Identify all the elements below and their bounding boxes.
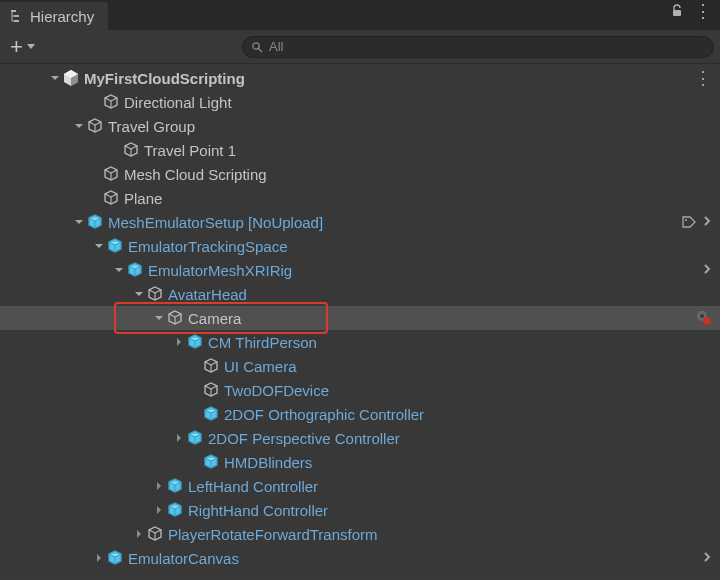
svg-rect-1 — [14, 15, 19, 17]
tree-row-prft[interactable]: PlayerRotateForwardTransform — [0, 522, 720, 546]
chevron-right-icon[interactable] — [702, 214, 712, 231]
hierarchy-tab-icon — [10, 9, 24, 23]
chevron-right-icon[interactable] — [702, 262, 712, 279]
tree-item-label: Travel Point 1 — [144, 142, 236, 159]
plus-icon: + — [10, 38, 23, 56]
tree-item-label: CM ThirdPerson — [208, 334, 317, 351]
hierarchy-tree[interactable]: MyFirstCloudScripting⋮ Directional Light… — [0, 64, 720, 580]
tree-row-plane[interactable]: Plane — [0, 186, 720, 210]
foldout-spacer — [88, 95, 102, 109]
tree-row-emxr[interactable]: EmulatorMeshXRIRig — [0, 258, 720, 282]
gameobject-cube-icon — [86, 117, 104, 135]
tree-item-label: Mesh Cloud Scripting — [124, 166, 267, 183]
tree-row-tg[interactable]: Travel Group — [0, 114, 720, 138]
foldout-spacer — [88, 167, 102, 181]
tree-row-uic[interactable]: UI Camera — [0, 354, 720, 378]
tree-item-label: UI Camera — [224, 358, 297, 375]
tree-row-lhc[interactable]: LeftHand Controller — [0, 474, 720, 498]
hierarchy-panel: Hierarchy ⋮ + All — [0, 0, 720, 580]
tree-item-label: LeftHand Controller — [188, 478, 318, 495]
tree-row-hmd[interactable]: HMDBlinders — [0, 450, 720, 474]
foldout-toggle[interactable] — [172, 431, 186, 445]
svg-point-9 — [685, 219, 687, 221]
search-input[interactable]: All — [242, 36, 714, 58]
tree-row-tp1[interactable]: Travel Point 1 — [0, 138, 720, 162]
tree-item-label: MyFirstCloudScripting — [84, 70, 245, 87]
prefab-cube-icon — [86, 213, 104, 231]
prefab-cube-icon — [186, 333, 204, 351]
row-right-icons — [702, 262, 712, 279]
foldout-toggle[interactable] — [152, 311, 166, 325]
foldout-toggle[interactable] — [92, 551, 106, 565]
svg-point-12 — [703, 317, 711, 325]
tree-row-avh[interactable]: AvatarHead — [0, 282, 720, 306]
chevron-right-icon[interactable] — [702, 550, 712, 567]
svg-rect-2 — [14, 20, 19, 22]
tree-item-label: EmulatorCanvas — [128, 550, 239, 567]
tree-row-ets[interactable]: EmulatorTrackingSpace — [0, 234, 720, 258]
foldout-toggle[interactable] — [152, 479, 166, 493]
gameobject-cube-icon — [102, 165, 120, 183]
tree-row-cm3p[interactable]: CM ThirdPerson — [0, 330, 720, 354]
row-right-icons — [682, 214, 712, 231]
foldout-spacer — [188, 455, 202, 469]
foldout-toggle[interactable] — [132, 527, 146, 541]
dropdown-caret-icon — [27, 44, 35, 49]
tree-item-label: HMDBlinders — [224, 454, 312, 471]
foldout-toggle[interactable] — [92, 239, 106, 253]
tree-row-mcs[interactable]: Mesh Cloud Scripting — [0, 162, 720, 186]
tree-row-tdof[interactable]: TwoDOFDevice — [0, 378, 720, 402]
foldout-toggle[interactable] — [172, 335, 186, 349]
gameobject-cube-icon — [202, 357, 220, 375]
tree-row-cam[interactable]: Camera — [0, 306, 720, 330]
tree-item-label: EmulatorMeshXRIRig — [148, 262, 292, 279]
create-button[interactable]: + — [6, 36, 39, 58]
gameobject-cube-icon — [102, 189, 120, 207]
foldout-toggle[interactable] — [132, 287, 146, 301]
tree-row-mes[interactable]: MeshEmulatorSetup [NoUpload] — [0, 210, 720, 234]
tree-row-2dpc[interactable]: 2DOF Perspective Controller — [0, 426, 720, 450]
tree-row-rhc[interactable]: RightHand Controller — [0, 498, 720, 522]
lock-icon[interactable] — [670, 4, 684, 18]
foldout-toggle[interactable] — [48, 71, 62, 85]
prefab-cube-icon — [126, 261, 144, 279]
gameobject-cube-icon — [102, 93, 120, 111]
tab-hierarchy[interactable]: Hierarchy — [0, 2, 108, 30]
tree-row-root[interactable]: MyFirstCloudScripting⋮ — [0, 66, 720, 90]
gameobject-cube-icon — [146, 285, 164, 303]
tree-item-label: Plane — [124, 190, 162, 207]
tree-item-label: PlayerRotateForwardTransform — [168, 526, 378, 543]
tree-item-label: TwoDOFDevice — [224, 382, 329, 399]
foldout-toggle[interactable] — [72, 119, 86, 133]
settings-error-icon[interactable] — [694, 308, 712, 329]
more-icon[interactable]: ⋮ — [694, 67, 712, 89]
foldout-spacer — [188, 407, 202, 421]
row-right-icons — [702, 550, 712, 567]
foldout-spacer — [188, 359, 202, 373]
row-right-icons: ⋮ — [694, 67, 712, 89]
row-right-icons — [694, 308, 712, 329]
foldout-toggle[interactable] — [152, 503, 166, 517]
svg-rect-0 — [11, 10, 16, 12]
gameobject-cube-icon — [122, 141, 140, 159]
tree-item-label: 2DOF Perspective Controller — [208, 430, 400, 447]
tree-item-label: Travel Group — [108, 118, 195, 135]
prefab-cube-icon — [166, 477, 184, 495]
panel-menu-icon[interactable]: ⋮ — [694, 4, 712, 18]
tree-row-2doc[interactable]: 2DOF Orthographic Controller — [0, 402, 720, 426]
foldout-toggle[interactable] — [112, 263, 126, 277]
tree-item-label: Directional Light — [124, 94, 232, 111]
foldout-toggle[interactable] — [72, 215, 86, 229]
tree-item-label: 2DOF Orthographic Controller — [224, 406, 424, 423]
hierarchy-toolbar: + All — [0, 30, 720, 64]
tag-icon[interactable] — [682, 214, 698, 231]
svg-rect-3 — [673, 10, 681, 16]
search-placeholder: All — [269, 39, 283, 54]
foldout-spacer — [108, 143, 122, 157]
tree-item-label: Camera — [188, 310, 241, 327]
tree-row-dl[interactable]: Directional Light — [0, 90, 720, 114]
gameobject-cube-icon — [202, 381, 220, 399]
svg-line-5 — [259, 48, 263, 52]
tree-row-ecan[interactable]: EmulatorCanvas — [0, 546, 720, 570]
prefab-cube-icon — [202, 405, 220, 423]
